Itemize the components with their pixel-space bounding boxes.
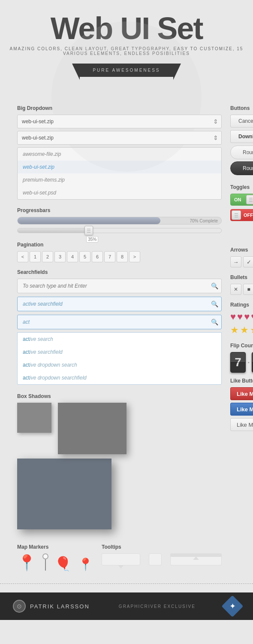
search-icon-1[interactable]: 🔍 xyxy=(211,283,218,289)
search-field-1: 🔍 xyxy=(17,279,222,293)
like-me-red-text: Like Me xyxy=(237,391,253,397)
like-button-red[interactable]: Like Me ♥ xyxy=(230,387,253,400)
dropdown-2[interactable]: web-ui-set.zip ⇕ xyxy=(17,131,222,145)
arrow-check[interactable]: ✓ xyxy=(243,256,253,267)
progress-bar-fill-1 xyxy=(18,217,160,224)
box-shadows-row xyxy=(17,403,222,454)
stars-row: ★ ★ ★ ★ ★ xyxy=(230,325,253,336)
arrow-right[interactable]: → xyxy=(230,256,241,267)
progressbar-1: 70% Complete xyxy=(17,217,222,225)
arrows-label: Arrows xyxy=(230,247,253,253)
bullet-x[interactable]: ✕ xyxy=(230,284,241,295)
page-5[interactable]: 5 xyxy=(79,251,90,262)
toggles-section: Toggles ON xyxy=(230,177,253,225)
page-prev[interactable]: < xyxy=(17,251,28,262)
search-dropdown-item-2[interactable]: active searchfield xyxy=(18,346,221,358)
marker-light: 📍 xyxy=(78,559,93,571)
thumb-lines xyxy=(85,226,93,235)
search-icon-3[interactable]: 🔍 xyxy=(211,319,218,325)
footer-icon: ✦ xyxy=(222,595,244,617)
rounded-button-dark[interactable]: Rounded Button xyxy=(230,161,253,175)
progress-bar-fill-2: 35% xyxy=(18,228,89,233)
dropdown-1[interactable]: web-ui-set.zip ⇕ xyxy=(17,115,222,128)
progress-percent: 35% xyxy=(86,236,98,243)
banner-text: PURE AWESOMENESS xyxy=(80,64,173,77)
shadow-box-large-wrap xyxy=(17,459,222,529)
search-dropdown-item-1[interactable]: active search xyxy=(18,333,221,346)
search-field-3: 🔍 xyxy=(17,315,222,329)
progress-thumb[interactable] xyxy=(84,226,93,235)
ratings-label: Ratings xyxy=(230,302,253,308)
bullet-square[interactable]: ■ xyxy=(243,284,253,295)
map-markers-label: Map Markers xyxy=(17,544,93,550)
heart-3[interactable]: ♥ xyxy=(244,311,250,322)
bottom-row: Map Markers 📍 🎈 📍 Tooltips xyxy=(17,537,222,571)
progressbar-2: 35% xyxy=(17,228,222,233)
progressbars-label: Progressbars xyxy=(17,207,222,213)
footer: ⊙ PATRIK LARSSON GRAPHICRIVER EXCLUSIVE … xyxy=(0,592,253,620)
toggle-line xyxy=(249,200,253,200)
search-icon-2[interactable]: 🔍 xyxy=(211,301,218,307)
search-input-2[interactable] xyxy=(17,297,222,311)
star-3[interactable]: ★ xyxy=(250,325,253,336)
banner: PURE AWESOMENESS xyxy=(71,64,182,77)
like-button-light[interactable]: Like Me ♥ xyxy=(230,418,253,431)
star-1[interactable]: ★ xyxy=(230,325,239,336)
tooltip-arrow-icon xyxy=(193,556,199,560)
star-2[interactable]: ★ xyxy=(240,325,249,336)
toggle-lines-on xyxy=(247,195,253,204)
page-next[interactable]: > xyxy=(129,251,140,262)
flip-digit-2: 1 xyxy=(252,352,253,373)
big-dropdown-label: Big Dropdown xyxy=(17,105,222,111)
box-shadows-label: Box Shadows xyxy=(17,393,222,399)
search-input-1[interactable] xyxy=(17,279,222,293)
thumb-line xyxy=(87,231,90,231)
toggle-line xyxy=(235,215,238,216)
search-input-3[interactable] xyxy=(17,315,222,329)
dropdown-select-1[interactable]: web-ui-set.zip xyxy=(17,115,222,128)
page-8[interactable]: 8 xyxy=(117,251,128,262)
like-me-blue-text: Like Me xyxy=(237,406,253,413)
map-markers-row: 📍 🎈 📍 xyxy=(17,553,93,571)
cancel-button[interactable]: Cancel xyxy=(230,115,253,128)
list-item-3[interactable]: premium-items.zip xyxy=(18,173,221,186)
page-2[interactable]: 2 xyxy=(42,251,53,262)
page-4[interactable]: 4 xyxy=(67,251,78,262)
toggle-on-wrap: ON xyxy=(230,194,253,206)
rounded-button-light[interactable]: Rounded Button xyxy=(230,146,253,159)
dropdown-select-2[interactable]: web-ui-set.zip xyxy=(17,131,222,145)
page-1[interactable]: 1 xyxy=(30,251,41,262)
list-item-1[interactable]: awesome-file.zip xyxy=(18,148,221,161)
marker-gold: 📍 xyxy=(17,555,36,571)
hearts-row: ♥ ♥ ♥ ♥ ♥ xyxy=(230,311,253,322)
tooltips-section: Tooltips xyxy=(102,537,222,571)
main-title: Web UI Set xyxy=(9,13,244,44)
like-button-blue[interactable]: Like Me ♥ xyxy=(230,403,253,416)
page-3[interactable]: 3 xyxy=(54,251,66,262)
heart-1[interactable]: ♥ xyxy=(230,311,236,322)
list-item-2[interactable]: web-ui-set.zip xyxy=(18,161,221,173)
flip-separator: · xyxy=(247,358,250,368)
bullets-row: ✕ ■ ⁚ ⁛ xyxy=(230,284,253,295)
toggle-off-wrap: OFF xyxy=(230,209,253,221)
thumb-line xyxy=(87,232,90,233)
toggle-off[interactable]: OFF xyxy=(230,209,253,221)
toggle-on[interactable]: ON xyxy=(230,194,253,206)
searchfields-label: Searchfields xyxy=(17,269,222,275)
two-col-layout: Big Dropdown web-ui-set.zip ⇕ web-ui-set… xyxy=(17,98,236,571)
heart-2[interactable]: ♥ xyxy=(237,311,243,322)
toggle-handle-on xyxy=(246,195,253,204)
page-6[interactable]: 6 xyxy=(92,251,103,262)
page-7[interactable]: 7 xyxy=(104,251,115,262)
toggle-line xyxy=(249,198,253,198)
right-column: Buttons Cancel Add Download Rounded Butt… xyxy=(230,98,253,571)
search-dropdown-item-4[interactable]: active dropdown searchfield xyxy=(18,371,221,384)
tooltip-3 xyxy=(170,553,222,565)
list-item-4[interactable]: web-ui-set.psd xyxy=(18,186,221,199)
pagination-label: Pagination xyxy=(17,242,222,248)
map-markers-section: Map Markers 📍 🎈 📍 xyxy=(17,537,93,571)
download-button[interactable]: Download xyxy=(230,130,253,143)
toggle-handle-off xyxy=(232,210,241,220)
search-dropdown-item-3[interactable]: active dropdown search xyxy=(18,358,221,371)
heart-4[interactable]: ♥ xyxy=(251,311,253,322)
